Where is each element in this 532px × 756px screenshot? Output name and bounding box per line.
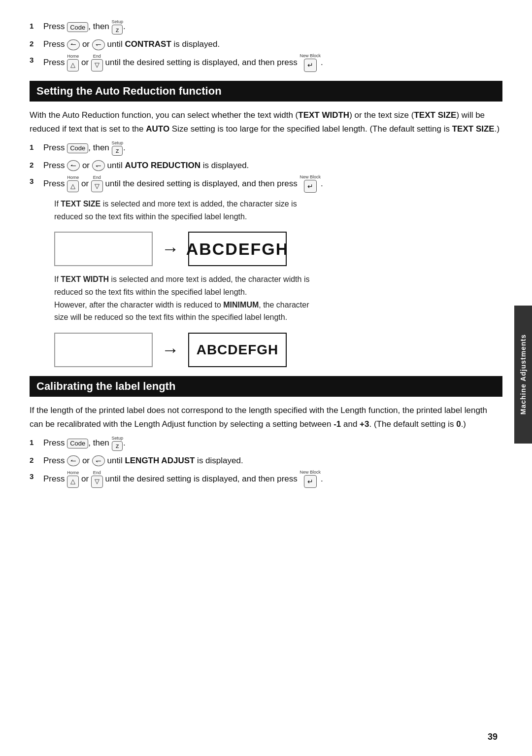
diagram1-arrow: →	[162, 239, 179, 259]
home-label-1: Home	[67, 54, 79, 59]
s3-step-2-content: Press ↼ or ↽ until LENGTH ADJUST is disp…	[43, 454, 502, 467]
side-tab-text: Machine Adjustments	[519, 334, 527, 414]
s3-newblock-label: New Block	[300, 470, 321, 475]
diagram2-arrow: →	[162, 340, 179, 360]
up-key-1: △	[67, 59, 79, 71]
enter-key-1: ↵	[304, 59, 317, 71]
intro-steps: 1 Press Code, then Setup z . 2 Press ↼ o…	[30, 20, 502, 72]
section3-steps: 1 Press Code, then Setup z . 2 Press ↼ o…	[30, 436, 502, 488]
note1: If TEXT SIZE is selected and more text i…	[54, 198, 502, 223]
step-1: 1 Press Code, then Setup z .	[30, 20, 502, 34]
s2-step-1-content: Press Code, then Setup z .	[43, 141, 502, 156]
diagram2: → ABCDEFGH	[54, 333, 502, 367]
step-2: 2 Press ↼ or ↽ until CONTRAST is display…	[30, 37, 502, 51]
s3-down-key: ▽	[91, 476, 103, 488]
s2-up-key: △	[67, 180, 79, 193]
newblock-key-wrap-1: New Block ↵	[300, 54, 321, 71]
s3-setup-z-key-wrap: Setup z	[112, 436, 124, 451]
s3-code-key: Code	[67, 439, 88, 448]
z-key: z	[112, 25, 123, 34]
s2-arrow-left-key: ↼	[67, 160, 80, 171]
s2-step-num-2: 2	[30, 159, 43, 171]
s2-newblock-key-wrap: New Block ↵	[300, 175, 321, 193]
s3-step-num-1: 1	[30, 436, 43, 448]
arrow-right-key: ↽	[92, 39, 105, 50]
step-num-3: 3	[30, 54, 43, 66]
step-num-2: 2	[30, 37, 43, 50]
diagram1: → ABCDEFGH	[54, 232, 502, 266]
s2-step-2-content: Press ↼ or ↽ until AUTO REDUCTION is dis…	[43, 159, 502, 172]
s2-step-1: 1 Press Code, then Setup z .	[30, 141, 502, 156]
section3-heading: Calibrating the label length	[30, 376, 502, 397]
s2-z-key: z	[112, 146, 123, 156]
diagram1-empty-box	[54, 232, 153, 266]
s2-arrow-right-key: ↽	[92, 160, 105, 171]
s2-setup-label: Setup	[112, 141, 124, 145]
s2-home-label: Home	[67, 175, 79, 180]
step-2-content: Press ↼ or ↽ until CONTRAST is displayed…	[43, 37, 502, 51]
section2-heading: Setting the Auto Reduction function	[30, 81, 502, 102]
diagram1-text-box: ABCDEFGH	[188, 232, 287, 266]
step-1-content: Press Code, then Setup z .	[43, 20, 502, 34]
s2-code-key: Code	[67, 143, 88, 153]
s2-enter-key: ↵	[304, 180, 317, 193]
down-key-1: ▽	[91, 59, 103, 71]
s3-step-num-2: 2	[30, 454, 43, 466]
step-num-1: 1	[30, 20, 43, 32]
s2-step-num-1: 1	[30, 141, 43, 153]
section3-body: If the length of the printed label does …	[30, 404, 502, 431]
s3-step-1: 1 Press Code, then Setup z .	[30, 436, 502, 451]
home-up-key-wrap: Home △	[67, 54, 79, 71]
s2-step-2: 2 Press ↼ or ↽ until AUTO REDUCTION is d…	[30, 159, 502, 172]
setup-label: Setup	[112, 20, 124, 24]
s3-step-3: 3 Press Home △ or End ▽ until the desire…	[30, 470, 502, 488]
s3-newblock-key-wrap: New Block ↵	[300, 470, 321, 488]
newblock-label-1: New Block	[300, 54, 321, 58]
s2-step-3: 3 Press Home △ or End ▽ until the desire…	[30, 175, 502, 193]
s3-enter-key: ↵	[304, 475, 317, 488]
setup-z-key-wrap: Setup z	[112, 20, 124, 34]
diagram2-empty-box	[54, 333, 153, 367]
s3-step-1-content: Press Code, then Setup z .	[43, 436, 502, 451]
s3-end-down-key-wrap: End ▽	[91, 471, 103, 488]
s2-setup-z-key-wrap: Setup z	[112, 141, 124, 156]
s3-z-key: z	[112, 441, 123, 451]
end-down-key-wrap: End ▽	[91, 54, 103, 71]
end-label-1: End	[93, 54, 101, 59]
s2-step-3-content: Press Home △ or End ▽ until the desired …	[43, 175, 502, 193]
code-key: Code	[67, 22, 88, 32]
s3-step-3-content: Press Home △ or End ▽ until the desired …	[43, 470, 502, 488]
s2-step-num-3: 3	[30, 175, 43, 187]
s2-down-key: ▽	[91, 180, 103, 193]
s2-home-up-key-wrap: Home △	[67, 175, 79, 193]
diagram2-text-box: ABCDEFGH	[188, 333, 287, 367]
step-3-content: Press Home △ or End ▽ until the desired …	[43, 54, 502, 71]
arrow-left-key: ↼	[67, 39, 80, 50]
section2-body: With the Auto Reduction function, you ca…	[30, 108, 502, 136]
s3-home-up-key-wrap: Home △	[67, 471, 79, 488]
s3-arrow-right-key: ↽	[92, 455, 105, 466]
section2-steps: 1 Press Code, then Setup z . 2 Press ↼ o…	[30, 141, 502, 193]
s3-step-2: 2 Press ↼ or ↽ until LENGTH ADJUST is di…	[30, 454, 502, 467]
s3-home-label: Home	[67, 471, 79, 475]
note2: If TEXT WIDTH is selected and more text …	[54, 273, 502, 323]
s3-arrow-left-key: ↼	[67, 455, 80, 466]
s3-up-key: △	[67, 476, 79, 488]
main-content: 1 Press Code, then Setup z . 2 Press ↼ o…	[30, 0, 502, 508]
s3-step-num-3: 3	[30, 470, 43, 482]
side-tab: Machine Adjustments	[514, 306, 532, 444]
s3-end-label: End	[93, 471, 101, 475]
s2-newblock-label: New Block	[300, 175, 321, 179]
s3-setup-label: Setup	[112, 436, 124, 441]
s2-end-label: End	[93, 175, 101, 180]
step-3: 3 Press Home △ or End ▽ until the desire…	[30, 54, 502, 71]
s2-end-down-key-wrap: End ▽	[91, 175, 103, 193]
page-number: 39	[488, 732, 498, 742]
